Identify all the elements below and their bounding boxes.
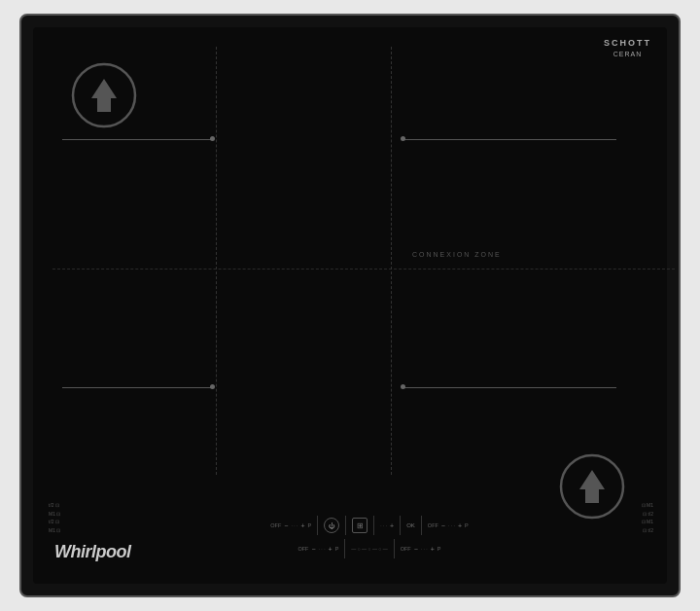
whirlpool-logo: Whirlpool xyxy=(54,542,130,562)
sep-4 xyxy=(400,516,401,535)
ctrl-dots-2: · · · xyxy=(448,522,455,528)
svg-marker-1 xyxy=(91,79,117,112)
sep-2 xyxy=(345,516,346,535)
ctrl-minus-2[interactable]: − xyxy=(441,522,445,529)
ctrl-ok[interactable]: OK xyxy=(406,522,415,528)
slider-row2: — ○ — ○ — ○ — xyxy=(351,546,387,552)
ctrl-off-4[interactable]: OFF xyxy=(401,546,411,552)
ctrl-minus-3[interactable]: − xyxy=(311,546,315,553)
ctrl-dots-4: · · · xyxy=(421,546,428,552)
sep-7 xyxy=(394,539,395,558)
controls-row2: OFF − · · · + P — ○ — ○ — ○ — OFF − · · … xyxy=(140,539,599,558)
ctrl-off-1[interactable]: OFF xyxy=(270,522,281,528)
zone-tl-dot xyxy=(210,136,215,141)
ctrl-plus-1[interactable]: + xyxy=(300,522,304,529)
lock-button[interactable]: ⊞ xyxy=(352,518,368,533)
label-tr2b: ⊡ t/2 xyxy=(642,527,653,534)
zone-h-divider xyxy=(52,269,675,270)
ctrl-plus-3[interactable]: + xyxy=(329,546,332,553)
zone-br-dot xyxy=(401,384,405,389)
ctrl-dots-1b: · · · xyxy=(380,522,387,528)
label-m1lb: M1 ⊡ xyxy=(49,527,60,534)
zone-tl-hline xyxy=(62,139,213,140)
zone-tr-dot xyxy=(401,136,405,141)
zone-bl-hline xyxy=(62,387,213,388)
ctrl-plus-2[interactable]: + xyxy=(458,522,462,529)
side-labels-left: t/2 ⊡ M1 ⊡ t/2 ⊡ M1 ⊡ xyxy=(49,502,60,533)
zone-tr-hline xyxy=(402,139,616,140)
zone-v-divider-right xyxy=(391,47,392,475)
side-labels-right: ⊡ M1 ⊡ t/2 ⊡ M1 ⊡ t/2 xyxy=(642,502,653,533)
svg-marker-3 xyxy=(579,470,605,503)
zone-br-hline xyxy=(402,387,616,388)
zone-bl-dot xyxy=(210,384,215,389)
control-panel: OFF − · · · + P ⏻ ⊞ · · · + OK OFF − · ·… xyxy=(140,516,599,558)
ctrl-dots-3: · · · xyxy=(319,546,326,552)
ctrl-dots-1: · · · xyxy=(291,522,298,528)
ctrl-p-3[interactable]: P xyxy=(335,546,339,552)
ctrl-minus-4[interactable]: − xyxy=(414,546,418,553)
arrow-bottom-right xyxy=(558,452,626,521)
controls-row1: OFF − · · · + P ⏻ ⊞ · · · + OK OFF − · ·… xyxy=(140,516,599,535)
cooktop-outer: SCHOTT CERAN xyxy=(19,14,681,597)
ctrl-p-1[interactable]: P xyxy=(307,522,311,528)
cooktop-surface: SCHOTT CERAN xyxy=(33,27,667,584)
sep-1 xyxy=(317,516,318,535)
label-tl2b: t/2 ⊡ xyxy=(49,519,60,525)
label-m1l: M1 ⊡ xyxy=(49,511,60,518)
ctrl-minus-1[interactable]: − xyxy=(284,522,288,529)
ctrl-plus-4[interactable]: + xyxy=(431,546,435,553)
sep-3 xyxy=(373,516,374,535)
zone-v-divider-left xyxy=(216,47,217,475)
power-button[interactable]: ⏻ xyxy=(324,518,339,533)
schott-ceran-logo: SCHOTT CERAN xyxy=(604,37,651,58)
sep-6 xyxy=(344,539,345,558)
connexion-zone-label: CONNEXION ZONE xyxy=(412,251,502,258)
sep-5 xyxy=(421,516,422,535)
ctrl-p-2[interactable]: P xyxy=(465,522,469,528)
ctrl-p-4[interactable]: P xyxy=(438,546,441,552)
ctrl-off-3[interactable]: OFF xyxy=(298,546,308,552)
label-m1rb: ⊡ M1 xyxy=(642,519,653,525)
arrow-top-left xyxy=(70,61,138,129)
label-tl2: t/2 ⊡ xyxy=(49,502,60,509)
ctrl-off-2[interactable]: OFF xyxy=(428,522,438,528)
label-m1r: ⊡ M1 xyxy=(642,502,653,509)
ctrl-plus-1b[interactable]: + xyxy=(390,522,394,529)
label-tr2: ⊡ t/2 xyxy=(642,511,653,518)
